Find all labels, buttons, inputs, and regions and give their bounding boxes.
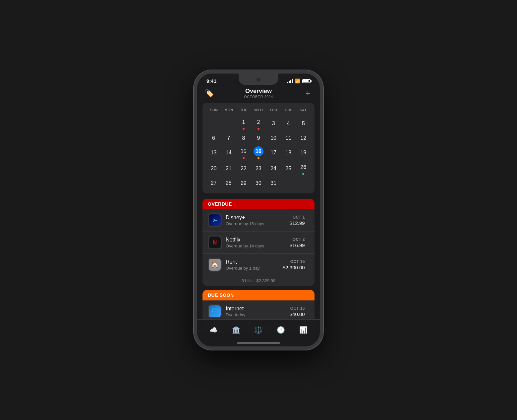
cal-cell-6[interactable]: 6 — [206, 132, 221, 144]
cal-cell-21[interactable]: 21 — [221, 161, 236, 176]
internet-bill-right: OCT 16 $40.00 — [290, 306, 305, 317]
cal-cell-9[interactable]: 9 — [251, 132, 265, 144]
content-area: SUN MON TUE WED THU FRI SAT 1 2 — [197, 103, 320, 336]
cal-cell-14[interactable]: 14 — [221, 145, 236, 160]
internet-subtext: Due today — [226, 312, 290, 317]
internet-icon-container: 🌐 — [208, 304, 222, 318]
cal-cell-1[interactable]: 1 — [236, 116, 251, 131]
cal-cell-19[interactable]: 19 — [296, 145, 311, 160]
cal-cell-15[interactable]: 15 — [236, 145, 251, 160]
home-indicator — [237, 342, 280, 344]
rent-house-icon: 🏠 — [209, 259, 221, 271]
cal-cell-18[interactable]: 18 — [281, 145, 296, 160]
netflix-subtext: Overdue by 14 days — [226, 243, 290, 248]
internet-bill-info: Internet Due today — [226, 306, 290, 317]
tag-icon[interactable]: 🏷️ — [204, 88, 214, 99]
bill-item-rent[interactable]: 🏠 Rent Overdue by 1 day OCT 15 $2,300.00… — [202, 254, 315, 276]
cal-cell-8[interactable]: 8 — [236, 132, 251, 144]
cal-cell-28[interactable]: 28 — [221, 177, 236, 189]
reports-icon: 📊 — [299, 326, 308, 334]
internet-globe-icon: 🌐 — [209, 305, 221, 317]
tab-history[interactable]: 🕐 — [270, 326, 292, 334]
cal-cell-2[interactable]: 2 — [251, 116, 265, 131]
cal-sat: SAT — [296, 107, 311, 113]
overdue-header: OVERDUE — [202, 199, 315, 209]
calendar-header: SUN MON TUE WED THU FRI SAT — [206, 107, 311, 113]
cal-cell-10[interactable]: 10 — [266, 132, 281, 144]
cal-cell-12[interactable]: 12 — [296, 132, 311, 144]
rent-date: OCT 15 — [290, 259, 305, 264]
cal-fri: FRI — [281, 107, 296, 113]
cal-cell — [221, 116, 236, 131]
internet-amount: $40.00 — [290, 311, 305, 317]
cal-cell-27[interactable]: 27 — [206, 177, 221, 189]
rent-bill-info: Rent Overdue by 1 day — [226, 259, 283, 271]
rent-icon: 🏠 — [208, 258, 222, 272]
tab-reports[interactable]: 📊 — [292, 326, 315, 334]
phone-frame: 9:41 📶 🏷️ Overview OCTOBER 2024 + — [194, 70, 323, 350]
cal-cell — [296, 177, 311, 189]
cal-mon: MON — [221, 107, 236, 113]
calendar-grid: 1 2 3 4 5 6 7 8 9 10 11 12 13 — [206, 116, 311, 189]
netflix-chevron-icon: › — [308, 239, 309, 245]
internet-chevron-icon: › — [308, 308, 309, 314]
cal-cell-13[interactable]: 13 — [206, 145, 221, 160]
internet-date: OCT 16 — [290, 306, 305, 311]
budget-icon: ⚖️ — [254, 326, 262, 334]
disney-amount: $12.99 — [290, 220, 305, 226]
cal-cell-16-today[interactable]: 16 — [251, 145, 265, 160]
cal-cell-31[interactable]: 31 — [266, 177, 281, 189]
disney-date: OCT 1 — [293, 215, 305, 220]
cal-cell-5[interactable]: 5 — [296, 116, 311, 131]
cal-cell-20[interactable]: 20 — [206, 161, 221, 176]
cal-cell-26[interactable]: 26 — [296, 161, 311, 176]
bill-item-netflix[interactable]: N Netflix Overdue by 14 days OCT 2 $16.9… — [202, 232, 315, 254]
overview-icon: ☁️ — [209, 326, 218, 334]
cal-cell-30[interactable]: 30 — [251, 177, 265, 189]
netflix-bill-right: OCT 2 $16.99 — [290, 237, 305, 248]
calendar: SUN MON TUE WED THU FRI SAT 1 2 — [202, 103, 315, 193]
disney-subtext: Overdue by 15 days — [226, 221, 290, 226]
netflix-logo: N — [209, 236, 221, 248]
internet-name: Internet — [226, 306, 290, 312]
cal-cell-11[interactable]: 11 — [281, 132, 296, 144]
wifi-icon: 📶 — [295, 79, 300, 83]
tab-bills[interactable]: 🏛️ — [225, 326, 248, 334]
tab-overview[interactable]: ☁️ — [202, 326, 225, 334]
cal-cell-25[interactable]: 25 — [281, 161, 296, 176]
disney-logo: D+ — [209, 214, 221, 226]
cal-thu: THU — [266, 107, 281, 113]
page-title: Overview — [244, 88, 273, 95]
overdue-bill-list: D+ Disney+ Overdue by 15 days OCT 1 $12.… — [202, 209, 315, 276]
rent-bill-right: OCT 15 $2,300.00 — [283, 259, 305, 270]
signal-icon — [287, 79, 293, 83]
netflix-date: OCT 2 — [293, 237, 305, 242]
add-button[interactable]: + — [303, 88, 313, 99]
cal-cell-29[interactable]: 29 — [236, 177, 251, 189]
rent-name: Rent — [226, 259, 283, 265]
rent-amount: $2,300.00 — [283, 265, 305, 270]
rent-subtext: Overdue by 1 day — [226, 266, 283, 271]
page-subtitle: OCTOBER 2024 — [244, 95, 273, 99]
cal-cell-4[interactable]: 4 — [281, 116, 296, 131]
nav-title: Overview OCTOBER 2024 — [244, 88, 273, 99]
overdue-footer: 3 bills - $2,329.98 — [202, 276, 315, 286]
cal-cell-3[interactable]: 3 — [266, 116, 281, 131]
netflix-name: Netflix — [226, 237, 290, 243]
bill-item-disney[interactable]: D+ Disney+ Overdue by 15 days OCT 1 $12.… — [202, 209, 315, 232]
netflix-bill-info: Netflix Overdue by 14 days — [226, 237, 290, 248]
cal-cell-17[interactable]: 17 — [266, 145, 281, 160]
cal-cell-7[interactable]: 7 — [221, 132, 236, 144]
cal-cell-23[interactable]: 23 — [251, 161, 265, 176]
cal-cell-24[interactable]: 24 — [266, 161, 281, 176]
disney-bill-right: OCT 1 $12.99 — [290, 215, 305, 226]
due-soon-header: DUE SOON — [202, 290, 315, 300]
tab-budget[interactable]: ⚖️ — [247, 326, 270, 334]
netflix-amount: $16.99 — [290, 242, 305, 248]
history-icon: 🕐 — [277, 326, 285, 334]
camera-dot — [257, 78, 260, 81]
disney-icon: D+ — [208, 213, 222, 227]
cal-cell — [281, 177, 296, 189]
cal-cell — [206, 116, 221, 131]
cal-cell-22[interactable]: 22 — [236, 161, 251, 176]
